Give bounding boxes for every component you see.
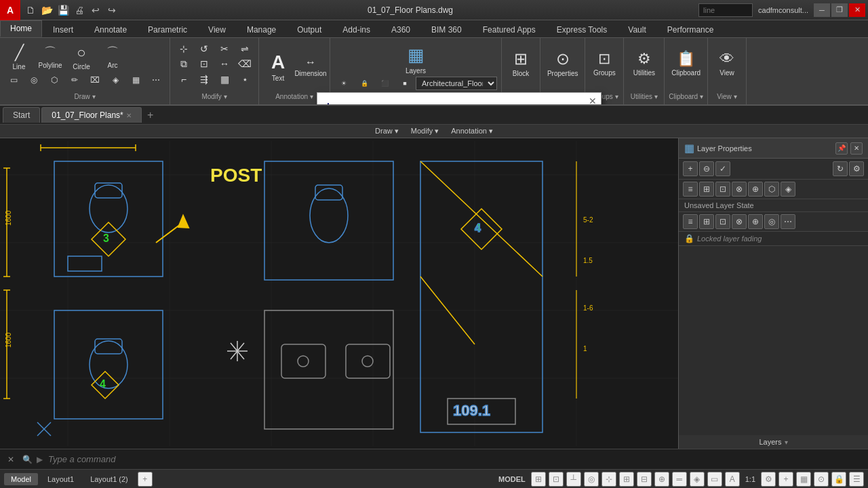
lr3-btn3[interactable]: ⊡ bbox=[715, 214, 730, 229]
draw-circle-button[interactable]: ○ Circle bbox=[66, 42, 96, 73]
status-lineweight-icon[interactable]: ═ bbox=[672, 472, 687, 487]
status-hardware-icon[interactable]: ▦ bbox=[796, 472, 811, 487]
status-selection-icon[interactable]: ▭ bbox=[707, 472, 722, 487]
status-ducs-icon[interactable]: ⊟ bbox=[637, 472, 652, 487]
draw-extra1[interactable]: ▭ bbox=[4, 74, 23, 86]
modify-copy[interactable]: ⧉ bbox=[174, 57, 193, 71]
status-ortho-icon[interactable]: ┴ bbox=[566, 472, 581, 487]
modify-explode[interactable]: ⋆ bbox=[235, 73, 254, 86]
status-add-layout[interactable]: + bbox=[138, 472, 153, 487]
draw-line-button[interactable]: ╱ Line bbox=[4, 42, 34, 73]
tab-view[interactable]: View bbox=[198, 22, 236, 37]
modify-erase[interactable]: ⌫ bbox=[235, 57, 254, 71]
layer-prop1[interactable]: ☀ bbox=[334, 79, 353, 88]
status-transparency-icon[interactable]: ◈ bbox=[690, 472, 705, 487]
tab-featured-apps[interactable]: Featured Apps bbox=[473, 22, 546, 37]
close-button[interactable]: ✕ bbox=[849, 3, 865, 17]
tab-output[interactable]: Output bbox=[287, 22, 332, 37]
tab-express-tools[interactable]: Express Tools bbox=[547, 22, 617, 37]
lr3-btn4[interactable]: ⊗ bbox=[732, 214, 747, 229]
layer-prop2[interactable]: 🔒 bbox=[355, 79, 374, 88]
modify-move[interactable]: ⊹ bbox=[174, 42, 193, 56]
status-tab-layout1-2[interactable]: Layout1 (2) bbox=[83, 473, 135, 485]
lr2-btn2[interactable]: ⊞ bbox=[699, 182, 714, 197]
tab-parametric[interactable]: Parametric bbox=[138, 22, 197, 37]
draw-polyline-button[interactable]: ⌒ Polyline bbox=[35, 42, 65, 73]
modify-array[interactable]: ▦ bbox=[215, 73, 234, 86]
draw-arc-button[interactable]: ⌒ Arc bbox=[98, 42, 127, 73]
layer-prop4[interactable]: ■ bbox=[395, 79, 414, 88]
layer-refresh-button[interactable]: ↻ bbox=[833, 161, 848, 176]
lr3-btn5[interactable]: ⊕ bbox=[748, 214, 763, 229]
lr2-btn1[interactable]: ≡ bbox=[683, 182, 698, 197]
status-osnap-icon[interactable]: ⊹ bbox=[601, 472, 616, 487]
status-otrack-icon[interactable]: ⊞ bbox=[619, 472, 634, 487]
layers-button[interactable]: ▦ Layers bbox=[397, 41, 434, 77]
modify-header-item[interactable]: Modify ▾ bbox=[407, 125, 443, 137]
annotation-text-button[interactable]: A Text bbox=[263, 49, 293, 84]
annotation-dim-button[interactable]: ↔ Dimension bbox=[296, 54, 326, 79]
lr2-btn3[interactable]: ⊡ bbox=[715, 182, 730, 197]
drawing-canvas[interactable]: POST 1600 1600 bbox=[0, 138, 678, 449]
tab-add-button[interactable]: + bbox=[143, 108, 158, 123]
draw-extra6[interactable]: ◈ bbox=[106, 74, 125, 86]
lr2-btn5[interactable]: ⊕ bbox=[748, 182, 763, 197]
lr2-btn4[interactable]: ⊗ bbox=[732, 182, 747, 197]
search-input[interactable] bbox=[698, 3, 753, 17]
modify-rotate[interactable]: ↺ bbox=[195, 42, 214, 56]
panel-pin-button[interactable]: 📌 bbox=[835, 142, 848, 155]
lr3-btn1[interactable]: ≡ bbox=[683, 214, 698, 229]
tooltip-close-button[interactable]: ✕ bbox=[589, 96, 597, 106]
status-snap-icon[interactable]: ⊡ bbox=[549, 472, 564, 487]
status-workspace-icon[interactable]: ⚙ bbox=[761, 472, 776, 487]
lr3-btn2[interactable]: ⊞ bbox=[699, 214, 714, 229]
block-button[interactable]: ⊞ Block bbox=[506, 47, 536, 79]
modify-trim[interactable]: ✂ bbox=[215, 42, 234, 56]
modify-offset[interactable]: ⇶ bbox=[195, 73, 214, 86]
tab-a360[interactable]: A360 bbox=[381, 22, 420, 37]
tab-close-icon[interactable]: ✕ bbox=[126, 112, 132, 119]
lr3-btn7[interactable]: ⋯ bbox=[781, 214, 795, 229]
tab-addins[interactable]: Add-ins bbox=[332, 22, 380, 37]
status-grid-icon[interactable]: ⊞ bbox=[531, 472, 546, 487]
status-lock-icon[interactable]: 🔒 bbox=[831, 472, 846, 487]
clipboard-button[interactable]: 📋 Clipboard bbox=[671, 48, 701, 79]
qa-print[interactable]: 🖨 bbox=[72, 3, 87, 18]
modify-mirror[interactable]: ⇌ bbox=[235, 42, 254, 56]
layer-selector[interactable]: Architectural_Floor_ bbox=[416, 77, 497, 90]
qa-open[interactable]: 📂 bbox=[39, 3, 54, 18]
status-isolate-icon[interactable]: ⊙ bbox=[814, 472, 829, 487]
draw-extra3[interactable]: ⬡ bbox=[45, 74, 64, 86]
layer-prop3[interactable]: ⬛ bbox=[375, 79, 394, 88]
tab-bim360[interactable]: BIM 360 bbox=[421, 22, 472, 37]
cmd-close-button[interactable]: ✕ bbox=[4, 453, 18, 466]
tab-vault[interactable]: Vault bbox=[618, 22, 656, 37]
tab-start[interactable]: Start bbox=[3, 107, 40, 123]
status-ui-icon[interactable]: ☰ bbox=[849, 472, 864, 487]
layer-new-button[interactable]: + bbox=[683, 161, 698, 176]
draw-header-item[interactable]: Draw ▾ bbox=[371, 125, 403, 137]
panel-close-button[interactable]: ✕ bbox=[850, 142, 863, 155]
status-tab-model[interactable]: Model bbox=[4, 473, 38, 485]
restore-button[interactable]: ❐ bbox=[831, 3, 848, 17]
tab-home[interactable]: Home bbox=[0, 20, 42, 37]
groups-button[interactable]: ⊡ Groups bbox=[589, 48, 619, 79]
modify-scale[interactable]: ⊡ bbox=[195, 57, 214, 71]
qa-undo[interactable]: ↩ bbox=[88, 3, 103, 18]
qa-save[interactable]: 💾 bbox=[56, 3, 71, 18]
lr2-btn6[interactable]: ⬡ bbox=[764, 182, 779, 197]
command-input[interactable] bbox=[48, 454, 864, 464]
status-annotation-icon[interactable]: A bbox=[725, 472, 740, 487]
tab-floor-plans[interactable]: 01_07_Floor Plans* ✕ bbox=[41, 107, 141, 123]
draw-extra4[interactable]: ✏ bbox=[65, 74, 84, 86]
tab-insert[interactable]: Insert bbox=[43, 22, 83, 37]
layer-set-current[interactable]: ✓ bbox=[715, 161, 730, 176]
status-dyn-icon[interactable]: ⊕ bbox=[654, 472, 669, 487]
utilities-button[interactable]: ⚙ Utilities bbox=[629, 48, 659, 79]
draw-extra7[interactable]: ▦ bbox=[126, 74, 145, 86]
cmd-search-button[interactable]: 🔍 bbox=[20, 453, 34, 466]
draw-extra2[interactable]: ◎ bbox=[24, 74, 43, 86]
tab-performance[interactable]: Performance bbox=[657, 22, 724, 37]
modify-extend[interactable]: ↔ bbox=[215, 57, 234, 71]
qa-new[interactable]: 🗋 bbox=[23, 3, 38, 18]
